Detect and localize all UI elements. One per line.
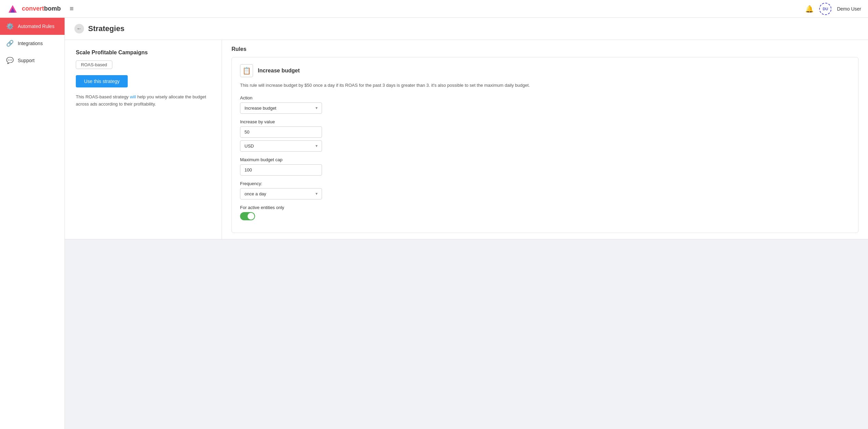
automated-rules-icon: ⚙️ <box>6 23 14 30</box>
header-left: convertbomb ≡ <box>7 3 74 15</box>
active-entities-label: For active entities only <box>240 205 850 210</box>
logo-icon <box>7 3 18 15</box>
logo-text: convertbomb <box>22 5 61 12</box>
rule-description: This rule will increase budget by $50 on… <box>240 82 850 89</box>
content: ← Strategies Scale Profitable Campaigns … <box>65 18 868 429</box>
frequency-field-group: Frequency: once a day ▾ <box>240 181 850 199</box>
frequency-label: Frequency: <box>240 181 850 186</box>
rule-card-icon: 📋 <box>240 64 253 77</box>
main-layout: ⚙️ Automated Rules 🔗 Integrations 💬 Supp… <box>0 18 868 429</box>
sidebar-item-support[interactable]: 💬 Support <box>0 52 65 69</box>
sidebar-item-integrations[interactable]: 🔗 Integrations <box>0 35 65 52</box>
action-field-group: Action Increase budget ▾ <box>240 95 850 114</box>
increase-by-label: Increase by value <box>240 119 850 124</box>
action-select[interactable]: Increase budget ▾ <box>240 102 322 114</box>
currency-select-value: USD <box>244 143 254 149</box>
rules-right: Rules 📋 Increase budget This rule will i… <box>222 40 868 239</box>
currency-select[interactable]: USD ▾ <box>240 140 322 152</box>
active-entities-toggle[interactable] <box>240 212 255 220</box>
page-title: Strategies <box>88 24 124 33</box>
frequency-select-value: once a day <box>244 191 266 196</box>
max-budget-input[interactable] <box>240 164 322 176</box>
action-chevron-icon: ▾ <box>316 106 318 110</box>
currency-chevron-icon: ▾ <box>316 143 318 148</box>
strategy-description: This ROAS-based strategy will help you w… <box>76 94 211 108</box>
page-header: ← Strategies <box>65 18 868 40</box>
strategy-desc-link: will <box>130 94 136 99</box>
strategy-left: Scale Profitable Campaigns ROAS-based Us… <box>65 40 222 239</box>
header-right: 🔔 DU Demo User <box>805 3 861 15</box>
rules-label: Rules <box>232 46 858 52</box>
sidebar-item-label-support: Support <box>18 58 34 63</box>
strategy-name: Scale Profitable Campaigns <box>76 50 211 56</box>
sidebar-item-label-integrations: Integrations <box>18 41 43 46</box>
support-icon: 💬 <box>6 57 14 64</box>
sidebar-item-automated-rules[interactable]: ⚙️ Automated Rules <box>0 18 65 35</box>
strategy-tag: ROAS-based <box>76 60 112 69</box>
frequency-select[interactable]: once a day ▾ <box>240 188 322 199</box>
sidebar-item-label-automated-rules: Automated Rules <box>18 24 54 29</box>
integrations-icon: 🔗 <box>6 40 14 47</box>
rule-card: 📋 Increase budget This rule will increas… <box>232 57 858 233</box>
toggle-container <box>240 212 850 220</box>
use-strategy-button[interactable]: Use this strategy <box>76 75 128 87</box>
sidebar: ⚙️ Automated Rules 🔗 Integrations 💬 Supp… <box>0 18 65 429</box>
action-label: Action <box>240 95 850 100</box>
avatar: DU <box>819 3 831 15</box>
active-entities-field-group: For active entities only <box>240 205 850 220</box>
action-select-value: Increase budget <box>244 106 276 111</box>
strategy-section: Scale Profitable Campaigns ROAS-based Us… <box>65 40 868 239</box>
rule-title: Increase budget <box>258 68 300 74</box>
max-budget-label: Maximum budget cap <box>240 157 850 162</box>
frequency-chevron-icon: ▾ <box>316 191 318 196</box>
back-button[interactable]: ← <box>74 24 84 33</box>
hamburger-icon[interactable]: ≡ <box>70 5 74 13</box>
increase-by-field-group: Increase by value USD ▾ <box>240 119 850 152</box>
increase-by-input[interactable] <box>240 126 322 138</box>
rule-card-header: 📋 Increase budget <box>240 64 850 77</box>
header: convertbomb ≡ 🔔 DU Demo User <box>0 0 868 18</box>
max-budget-field-group: Maximum budget cap <box>240 157 850 176</box>
bell-icon[interactable]: 🔔 <box>805 5 814 13</box>
user-name: Demo User <box>837 6 861 12</box>
